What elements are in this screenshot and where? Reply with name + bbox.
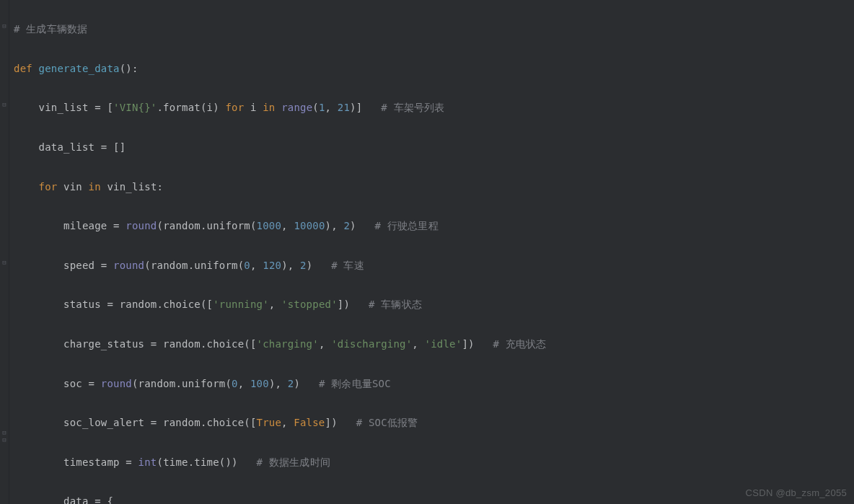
comment: # 剩余电量SOC bbox=[319, 378, 391, 389]
code-line[interactable]: speed = round(random.uniform(0, 120), 2)… bbox=[14, 256, 547, 275]
fold-icon[interactable]: ⊟ bbox=[1, 23, 7, 29]
keyword-def: def bbox=[14, 63, 32, 74]
code-line[interactable]: # 生成车辆数据 bbox=[14, 19, 547, 39]
builtin-int: int bbox=[138, 456, 157, 468]
comment: # 充电状态 bbox=[493, 338, 547, 350]
comment: # 行驶总里程 bbox=[375, 220, 439, 231]
code-area[interactable]: # 生成车辆数据 def generate_data(): vin_list =… bbox=[9, 0, 551, 504]
code-line[interactable]: def generate_data(): bbox=[14, 59, 547, 79]
bool-true: True bbox=[257, 417, 282, 428]
gutter: ⊟ ⊟ ⊟ ⊟ ⊟ bbox=[0, 0, 9, 504]
string-literal: 'VIN{}' bbox=[113, 102, 157, 113]
builtin-round: round bbox=[126, 220, 157, 231]
code-line[interactable]: mileage = round(random.uniform(1000, 100… bbox=[14, 216, 547, 236]
code-line[interactable]: for vin in vin_list: bbox=[14, 177, 547, 197]
code-editor[interactable]: ⊟ ⊟ ⊟ ⊟ ⊟ # 生成车辆数据 def generate_data(): … bbox=[0, 0, 854, 504]
code-line[interactable]: vin_list = ['VIN{}'.format(i) for i in r… bbox=[14, 98, 547, 118]
code-line[interactable]: charge_status = random.choice(['charging… bbox=[14, 335, 547, 354]
comment: # 车辆状态 bbox=[369, 299, 422, 310]
code-line[interactable]: soc_low_alert = random.choice([True, Fal… bbox=[14, 413, 547, 433]
function-name: generate_data bbox=[39, 63, 120, 74]
fold-icon[interactable]: ⊟ bbox=[1, 430, 7, 436]
comment: # SOC低报警 bbox=[356, 417, 418, 428]
fold-icon[interactable]: ⊟ bbox=[1, 437, 7, 443]
fold-icon[interactable]: ⊟ bbox=[1, 260, 7, 265]
comment: # 车速 bbox=[331, 260, 364, 271]
watermark: CSDN @db_zsm_2055 bbox=[746, 487, 847, 498]
code-line[interactable]: status = random.choice(['running', 'stop… bbox=[14, 295, 547, 314]
comment: # 车架号列表 bbox=[381, 102, 444, 113]
bool-false: False bbox=[294, 417, 325, 428]
comment: # 生成车辆数据 bbox=[14, 23, 87, 35]
code-line[interactable]: soc = round(random.uniform(0, 100), 2) #… bbox=[14, 374, 547, 394]
fold-icon[interactable]: ⊟ bbox=[1, 102, 7, 107]
code-line[interactable]: timestamp = int(time.time()) # 数据生成时间 bbox=[14, 453, 547, 472]
code-line[interactable]: data_list = [] bbox=[14, 138, 547, 157]
code-line[interactable]: data = { bbox=[14, 492, 547, 504]
builtin-range: range bbox=[281, 102, 312, 113]
comment: # 数据生成时间 bbox=[257, 456, 330, 468]
